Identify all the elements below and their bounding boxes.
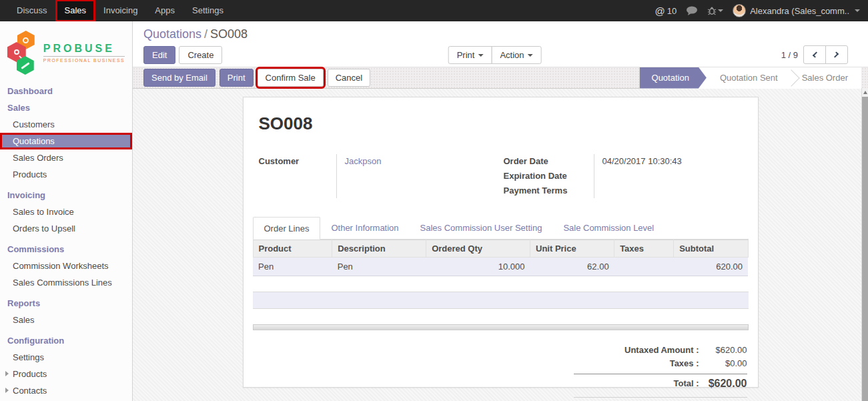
customer-field-group: Customer Jackpson bbox=[259, 154, 504, 198]
scrollbar-thumb[interactable] bbox=[862, 97, 868, 401]
sidebar-item-sales-orders[interactable]: Sales Orders bbox=[0, 149, 132, 166]
quotation-sheet: SO008 Customer Jackpson Order Date E bbox=[243, 97, 759, 388]
messages-icon[interactable] bbox=[686, 6, 698, 15]
sidebar-header-invoicing[interactable]: Invoicing bbox=[0, 187, 132, 204]
order-date-label: Order Date bbox=[504, 154, 594, 169]
status-quotation-sent[interactable]: Quotation Sent bbox=[707, 67, 791, 89]
scrollbar-up-arrow[interactable] bbox=[862, 88, 868, 97]
pager-next-button[interactable] bbox=[825, 45, 848, 64]
create-button[interactable]: Create bbox=[179, 46, 222, 64]
breadcrumb-quotations-link[interactable]: Quotations bbox=[143, 27, 201, 41]
inbox-count: 10 bbox=[667, 6, 677, 16]
sidebar-item-settings[interactable]: Settings bbox=[0, 349, 132, 366]
vertical-scrollbar[interactable] bbox=[861, 88, 868, 401]
tab-order-lines[interactable]: Order Lines bbox=[253, 217, 321, 240]
pager-value: 1 / 9 bbox=[781, 50, 798, 60]
cell-description[interactable]: Pen bbox=[332, 258, 426, 276]
column-header-product[interactable]: Product bbox=[253, 240, 332, 258]
sidebar-header-reports[interactable]: Reports bbox=[0, 295, 132, 312]
customer-label: Customer bbox=[259, 154, 336, 169]
nav-apps[interactable]: Apps bbox=[146, 0, 183, 21]
taxes-label: Taxes : bbox=[574, 357, 699, 370]
sidebar-header-sales[interactable]: Sales bbox=[0, 99, 132, 116]
sidebar-item-orders-to-upsell[interactable]: Orders to Upsell bbox=[0, 220, 132, 237]
empty-order-line bbox=[253, 292, 749, 309]
main-area: Quotations/SO008 Edit Create Print Actio… bbox=[133, 21, 868, 401]
chevron-right-icon[interactable] bbox=[5, 371, 9, 376]
sidebar-item-sales-to-invoice[interactable]: Sales to Invoice bbox=[0, 204, 132, 220]
totals-bottom-border bbox=[574, 397, 747, 398]
chevron-down-icon bbox=[528, 54, 533, 57]
nav-discuss[interactable]: Discuss bbox=[8, 0, 56, 21]
breadcrumb-current: SO008 bbox=[210, 27, 248, 41]
sidebar-item-config-products[interactable]: Products bbox=[0, 366, 132, 382]
logo-title: PROBUSE bbox=[43, 43, 125, 55]
table-row[interactable]: Pen Pen 10.000 62.00 620.00 bbox=[253, 258, 748, 276]
tab-sales-commission-user-setting[interactable]: Sales Commission User Setting bbox=[410, 217, 553, 240]
print-dropdown-button[interactable]: Print bbox=[448, 46, 492, 64]
sidebar: PROBUSE PROFESSIONAL BUSINESS Dashboard … bbox=[0, 21, 133, 401]
column-header-taxes[interactable]: Taxes bbox=[614, 240, 674, 258]
tab-sale-commission-level[interactable]: Sale Commission Level bbox=[552, 217, 665, 240]
sidebar-item-products[interactable]: Products bbox=[0, 166, 132, 183]
top-menu: Discuss Sales Invoicing Apps Settings bbox=[0, 0, 232, 21]
totals-divider bbox=[574, 374, 747, 374]
horizontal-scrollbar[interactable] bbox=[253, 324, 749, 330]
customer-value-link[interactable]: Jackpson bbox=[345, 154, 504, 169]
content-body: SO008 Customer Jackpson Order Date E bbox=[133, 89, 868, 401]
breadcrumb-separator: / bbox=[201, 27, 210, 41]
column-header-description[interactable]: Description bbox=[332, 240, 426, 258]
sidebar-item-customers[interactable]: Customers bbox=[0, 116, 132, 133]
breadcrumb: Quotations/SO008 bbox=[143, 26, 857, 42]
user-menu[interactable]: Alexandra (Sales_comm.. bbox=[733, 4, 860, 17]
payment-terms-label: Payment Terms bbox=[504, 183, 594, 198]
nav-invoicing[interactable]: Invoicing bbox=[95, 0, 146, 21]
send-by-email-button[interactable]: Send by Email bbox=[143, 69, 215, 87]
payment-terms-value bbox=[602, 183, 749, 198]
sidebar-header-configuration[interactable]: Configuration bbox=[0, 332, 132, 349]
action-dropdown-button[interactable]: Action bbox=[491, 46, 541, 64]
sidebar-item-sales-commissions-lines[interactable]: Sales Commissions Lines bbox=[0, 274, 132, 291]
order-lines-table: Product Description Ordered Qty Unit Pri… bbox=[253, 240, 749, 276]
table-header-row: Product Description Ordered Qty Unit Pri… bbox=[253, 240, 748, 258]
action-dropdown-label: Action bbox=[500, 50, 524, 60]
sidebar-item-label: Products bbox=[13, 369, 47, 379]
confirm-sale-button[interactable]: Confirm Sale bbox=[258, 69, 324, 87]
sidebar-item-label: Contacts bbox=[13, 386, 47, 396]
nav-sales[interactable]: Sales bbox=[56, 0, 95, 21]
untaxed-amount-value: $620.00 bbox=[699, 344, 747, 357]
cell-taxes[interactable] bbox=[614, 258, 674, 276]
pager-previous-button[interactable] bbox=[803, 45, 826, 64]
total-value: $620.00 bbox=[699, 377, 747, 390]
tab-other-information[interactable]: Other Information bbox=[320, 217, 409, 240]
chevron-left-icon bbox=[813, 51, 819, 57]
logo-subtitle: PROFESSIONAL BUSINESS bbox=[43, 56, 125, 63]
cell-ordered-qty[interactable]: 10.000 bbox=[426, 258, 530, 276]
edit-button[interactable]: Edit bbox=[143, 46, 175, 64]
statusbar: Send by Email Print Confirm Sale Cancel … bbox=[133, 67, 868, 89]
status-quotation[interactable]: Quotation bbox=[640, 67, 707, 89]
column-header-subtotal[interactable]: Subtotal bbox=[674, 240, 748, 258]
cancel-button[interactable]: Cancel bbox=[328, 69, 370, 87]
sidebar-item-reports-sales[interactable]: Sales bbox=[0, 312, 132, 328]
debug-menu-button[interactable] bbox=[707, 6, 723, 15]
sidebar-item-config-contacts[interactable]: Contacts bbox=[0, 382, 132, 399]
print-button[interactable]: Print bbox=[220, 69, 254, 87]
cell-subtotal[interactable]: 620.00 bbox=[674, 258, 748, 276]
cell-unit-price[interactable]: 62.00 bbox=[530, 258, 614, 276]
sidebar-item-commission-worksheets[interactable]: Commission Worksheets bbox=[0, 258, 132, 274]
column-header-unit-price[interactable]: Unit Price bbox=[530, 240, 614, 258]
taxes-value: $0.00 bbox=[699, 357, 747, 370]
chevron-right-icon[interactable] bbox=[5, 388, 9, 393]
top-navbar: Discuss Sales Invoicing Apps Settings 10 bbox=[0, 0, 868, 21]
sidebar-item-quotations[interactable]: Quotations bbox=[0, 133, 132, 149]
inbox-button[interactable]: 10 bbox=[655, 5, 677, 17]
sidebar-header-dashboard[interactable]: Dashboard bbox=[0, 83, 132, 99]
status-pipeline: Quotation Quotation Sent Sales Order bbox=[639, 67, 861, 89]
column-header-ordered-qty[interactable]: Ordered Qty bbox=[426, 240, 530, 258]
print-dropdown-label: Print bbox=[457, 50, 475, 60]
sidebar-header-commissions[interactable]: Commissions bbox=[0, 241, 132, 258]
at-icon bbox=[655, 5, 665, 17]
cell-product[interactable]: Pen bbox=[253, 258, 332, 276]
nav-settings[interactable]: Settings bbox=[183, 0, 232, 21]
